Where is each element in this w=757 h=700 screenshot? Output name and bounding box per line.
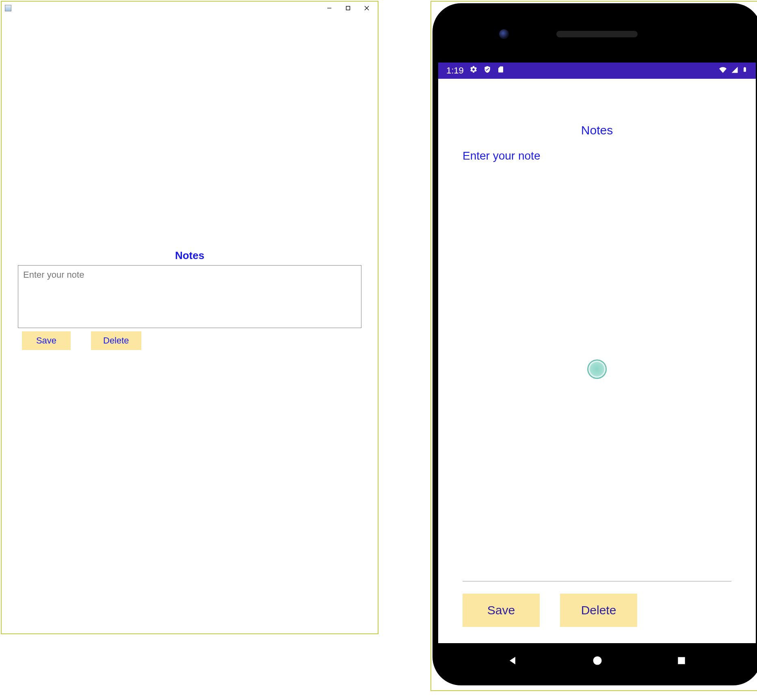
window-title-bar [2, 2, 378, 15]
android-nav-bar [438, 643, 756, 680]
phone-note-hint: Enter your note [463, 149, 731, 162]
notes-form: Notes Save Delete [18, 249, 361, 350]
phone-screen-outer: 1:19 [438, 9, 756, 680]
desktop-content: Notes Save Delete [2, 15, 378, 633]
button-row: Save Delete [18, 331, 361, 350]
android-status-bar: 1:19 [438, 63, 756, 79]
desktop-window: Notes Save Delete [1, 1, 378, 634]
phone-camera-icon [499, 29, 509, 39]
shield-icon [483, 65, 491, 76]
status-bar-right [718, 65, 748, 76]
nav-back-icon[interactable] [507, 655, 519, 668]
svg-rect-1 [346, 6, 350, 10]
svg-point-4 [593, 657, 602, 665]
wifi-icon [718, 65, 727, 76]
sd-card-icon [497, 65, 504, 76]
battery-icon [742, 65, 748, 76]
title-bar-left [3, 3, 13, 13]
phone-speaker-icon [556, 31, 638, 37]
note-input[interactable] [18, 265, 361, 328]
phone-frame-highlight: 1:19 [430, 1, 757, 691]
nav-home-icon[interactable] [592, 655, 603, 668]
signal-icon [731, 65, 739, 76]
phone-save-button[interactable]: Save [463, 594, 540, 627]
status-bar-left: 1:19 [446, 65, 504, 76]
delete-button[interactable]: Delete [91, 331, 141, 350]
svg-rect-5 [678, 657, 685, 664]
settings-icon [469, 65, 478, 76]
save-button[interactable]: Save [22, 331, 71, 350]
phone-notes-heading: Notes [463, 123, 731, 137]
phone-bezel-top [438, 9, 756, 63]
window-controls [320, 2, 376, 15]
notes-heading: Notes [18, 249, 361, 262]
status-time: 1:19 [446, 65, 464, 76]
minimize-button[interactable] [320, 2, 339, 15]
phone-button-row: Save Delete [463, 594, 731, 627]
maximize-button[interactable] [339, 2, 357, 15]
touch-ripple-icon [587, 359, 607, 379]
close-button[interactable] [357, 2, 376, 15]
phone-device-body: 1:19 [433, 3, 757, 685]
phone-note-input[interactable]: Enter your note [463, 149, 731, 573]
nav-recents-icon[interactable] [676, 655, 687, 668]
note-input-underline [463, 581, 731, 581]
phone-app-screen: Notes Enter your note Save Delete [438, 79, 756, 643]
app-icon [5, 5, 11, 11]
phone-delete-button[interactable]: Delete [560, 594, 637, 627]
